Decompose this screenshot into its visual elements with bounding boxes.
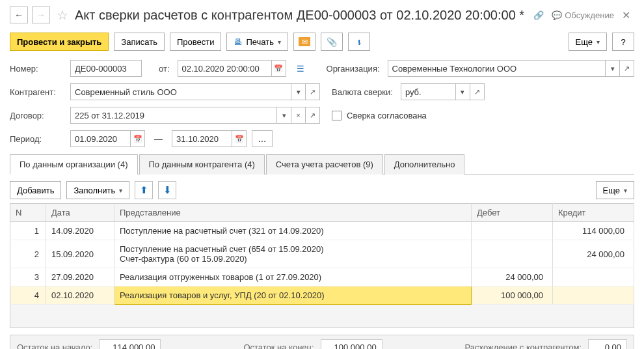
cell-credit[interactable]: 24 000,00 (553, 240, 634, 268)
more-button[interactable]: Еще ▾ (569, 33, 607, 51)
counterparty-field[interactable]: Современный стиль ООО (70, 83, 291, 100)
cell-repr[interactable]: Поступление на расчетный счет (654 от 15… (114, 240, 472, 268)
dropdown-button[interactable]: ▾ (456, 83, 470, 100)
date-field[interactable]: 02.10.2020 20:00:00 (178, 60, 272, 77)
open-button[interactable]: ↗ (306, 83, 320, 100)
tab-org-data[interactable]: По данным организации (4) (10, 154, 138, 174)
number-label: Номер: (10, 64, 65, 74)
table-row[interactable]: 114.09.2020Поступление на расчетный счет… (10, 222, 634, 240)
open-button[interactable]: ↗ (620, 60, 634, 77)
cell-debit[interactable] (472, 222, 553, 240)
structure-button[interactable]: ⫮ (348, 33, 370, 51)
table-row[interactable]: 327.09.2020Реализация отгруженных товаро… (10, 268, 634, 286)
data-grid[interactable]: N Дата Представление Дебет Кредит 114.09… (10, 203, 634, 305)
mail-button[interactable]: ✉ (293, 33, 315, 51)
chevron-down-icon: ▾ (119, 187, 122, 194)
cell-date[interactable]: 15.09.2020 (46, 240, 114, 268)
discuss-label: Обсуждение (565, 10, 614, 20)
cell-credit[interactable] (553, 286, 634, 305)
balance-end-field: 100 000,00 (321, 339, 382, 349)
cell-debit[interactable]: 24 000,00 (472, 268, 553, 286)
table-more-button[interactable]: Еще ▾ (596, 181, 634, 199)
add-button[interactable]: Добавить (10, 181, 61, 199)
cell-n[interactable]: 3 (10, 268, 46, 286)
move-down-button[interactable]: ⬇ (158, 181, 176, 199)
organization-field[interactable]: Современные Технологии ООО (388, 60, 606, 77)
period-to-field[interactable]: 31.10.2020 (172, 130, 232, 147)
close-button[interactable]: ✕ (618, 9, 634, 21)
attach-button[interactable]: 📎 (321, 33, 343, 51)
cell-date[interactable]: 14.09.2020 (46, 222, 114, 240)
more-label: Еще (576, 37, 593, 47)
currency-label: Валюта сверки: (332, 87, 393, 97)
post-and-close-button[interactable]: Провести и закрыть (10, 33, 109, 51)
speech-icon: 💬 (552, 10, 562, 20)
table-row[interactable]: 215.09.2020Поступление на расчетный счет… (10, 240, 634, 268)
dropdown-button[interactable]: ▾ (606, 60, 620, 77)
cell-credit[interactable] (553, 268, 634, 286)
tab-counterparty-data[interactable]: По данным контрагента (4) (139, 154, 265, 174)
agreed-checkbox[interactable] (332, 111, 342, 120)
calendar-icon[interactable]: 📅 (272, 60, 286, 77)
cell-debit[interactable] (472, 240, 553, 268)
structure-icon: ⫮ (357, 37, 362, 47)
col-repr[interactable]: Представление (114, 204, 472, 222)
help-button[interactable]: ? (612, 33, 634, 51)
link-icon[interactable]: 🔗 (533, 10, 544, 20)
col-credit[interactable]: Кредит (553, 204, 634, 222)
star-icon[interactable]: ☆ (57, 7, 68, 23)
contract-field[interactable]: 225 от 31.12.2019 (70, 107, 277, 124)
write-button[interactable]: Записать (114, 33, 165, 51)
cell-debit[interactable]: 100 000,00 (472, 286, 553, 305)
agreed-label: Сверка согласована (347, 111, 427, 120)
discuss-button[interactable]: 💬 Обсуждение (552, 10, 614, 20)
fill-button[interactable]: Заполнить ▾ (66, 181, 129, 199)
chevron-down-icon: ▾ (597, 38, 600, 46)
dropdown-button[interactable]: ▾ (277, 107, 291, 124)
cell-date[interactable]: 02.10.2020 (46, 286, 114, 305)
chevron-down-icon: ▾ (624, 187, 627, 194)
diff-label: Расхождение с контрагентом: (465, 342, 582, 350)
clear-button[interactable]: × (291, 107, 306, 124)
diff-field: 0,00 (588, 339, 627, 349)
table-row[interactable]: 402.10.2020Реализация товаров и услуг, У… (10, 286, 634, 305)
open-button[interactable]: ↗ (306, 107, 320, 124)
nav-back-button[interactable]: ← (10, 7, 28, 23)
cell-n[interactable]: 4 (10, 286, 46, 305)
col-date[interactable]: Дата (46, 204, 114, 222)
dropdown-button[interactable]: ▾ (291, 83, 306, 100)
period-from-field[interactable]: 01.09.2020 (70, 130, 131, 147)
cell-repr[interactable]: Реализация товаров и услуг, УПД (20 от 0… (114, 286, 472, 305)
list-icon[interactable]: ☰ (297, 64, 304, 74)
post-button[interactable]: Провести (170, 33, 222, 51)
print-label: Печать (246, 37, 274, 47)
tabs: По данным организации (4) По данным конт… (10, 154, 634, 174)
cell-credit[interactable]: 114 000,00 (553, 222, 634, 240)
open-button[interactable]: ↗ (470, 83, 485, 100)
balance-end-label: Остаток на конец: (243, 342, 314, 350)
currency-field[interactable]: руб. (401, 83, 456, 100)
number-field[interactable]: ДЕ00-000003 (70, 60, 142, 77)
cell-n[interactable]: 2 (10, 240, 46, 268)
from-label: от: (159, 64, 170, 74)
cell-repr[interactable]: Поступление на расчетный счет (321 от 14… (114, 222, 472, 240)
tab-accounts[interactable]: Счета учета расчетов (9) (266, 154, 383, 174)
printer-icon: 🖶 (234, 37, 242, 47)
calendar-icon[interactable]: 📅 (232, 130, 247, 147)
cell-n[interactable]: 1 (10, 222, 46, 240)
col-debit[interactable]: Дебет (472, 204, 553, 222)
chevron-down-icon: ▾ (278, 38, 281, 46)
move-up-button[interactable]: ⬆ (135, 181, 153, 199)
tab-additional[interactable]: Дополнительно (384, 154, 465, 174)
cell-date[interactable]: 27.09.2020 (46, 268, 114, 286)
grid-empty-area (10, 305, 634, 328)
calendar-icon[interactable]: 📅 (131, 130, 145, 147)
cell-repr[interactable]: Реализация отгруженных товаров (1 от 27.… (114, 268, 472, 286)
nav-forward-button[interactable]: → (32, 7, 50, 23)
page-title: Акт сверки расчетов с контрагентом ДЕ00-… (75, 8, 524, 23)
period-select-button[interactable]: … (252, 130, 273, 147)
fill-label: Заполнить (74, 186, 115, 195)
print-button[interactable]: 🖶 Печать ▾ (226, 33, 288, 51)
org-label: Организация: (327, 64, 380, 74)
col-n[interactable]: N (10, 204, 46, 222)
